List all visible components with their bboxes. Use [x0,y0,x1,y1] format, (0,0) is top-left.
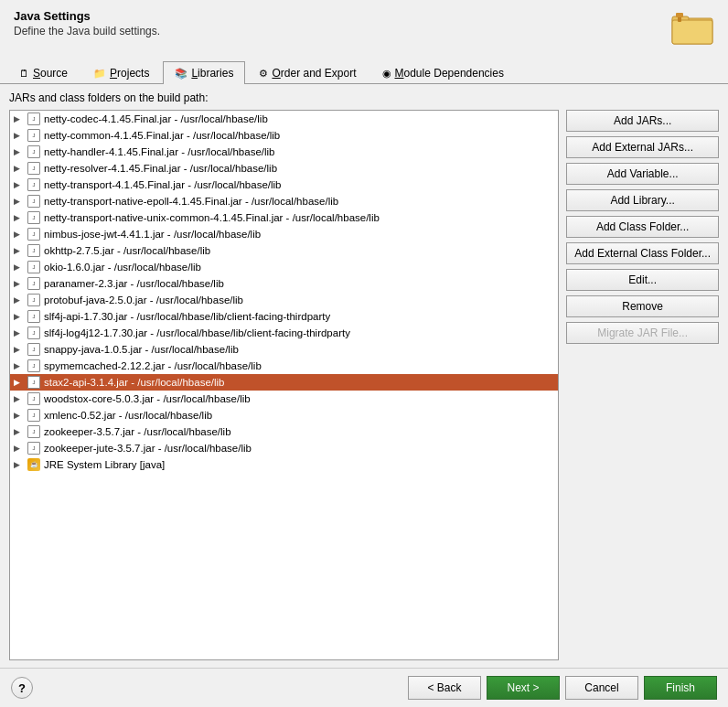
tab-module-dep-label: Module Dependencies [395,67,504,80]
list-description: JARs and class folders on the build path… [9,91,719,104]
list-item[interactable]: ▶☕JRE System Library [java] [10,456,558,473]
jar-icon: J [27,391,41,406]
list-item[interactable]: ▶Jslf4j-api-1.7.30.jar - /usr/local/hbas… [10,308,558,325]
expand-arrow-icon: ▶ [14,164,27,173]
jar-icon-inner: J [27,244,40,257]
jar-icon-inner: J [27,145,40,158]
jar-icon: J [27,128,41,143]
action-buttons: Add JARs... Add External JARs... Add Var… [566,110,719,660]
jar-icon-inner: J [27,277,40,290]
jar-icon-inner: J [27,261,40,273]
jar-icon-inner: J [27,294,40,306]
jar-icon-inner: J [27,211,40,224]
list-item[interactable]: ▶Jnetty-codec-4.1.45.Final.jar - /usr/lo… [10,111,558,127]
list-item[interactable]: ▶Jokio-1.6.0.jar - /usr/local/hbase/lib [10,259,558,275]
jar-icon: J [27,424,41,439]
list-item-text: netty-transport-native-unix-common-4.1.4… [44,212,554,223]
list-item[interactable]: ▶Jnetty-handler-4.1.45.Final.jar - /usr/… [10,144,558,160]
list-item-text: slf4j-log4j12-1.7.30.jar - /usr/local/hb… [44,327,554,338]
list-item[interactable]: ▶Jspymemcached-2.12.2.jar - /usr/local/h… [10,358,558,374]
list-item[interactable]: ▶Jnetty-transport-native-epoll-4.1.45.Fi… [10,193,558,209]
cancel-button[interactable]: Cancel [565,676,638,700]
list-item-text: netty-codec-4.1.45.Final.jar - /usr/loca… [44,113,554,124]
folder-icon [670,9,714,53]
jar-icon: J [27,145,41,159]
tab-source[interactable]: 🗒 Source [7,61,80,84]
list-item[interactable]: ▶Jsnappy-java-1.0.5.jar - /usr/local/hba… [10,341,558,358]
list-item-text: okio-1.6.0.jar - /usr/local/hbase/lib [44,262,554,273]
tab-libraries[interactable]: 📚 Libraries [163,61,245,84]
expand-arrow-icon: ▶ [14,427,27,436]
tab-order-export[interactable]: ⚙ Order and Export [247,61,368,84]
jar-icon: J [27,161,41,176]
jar-icon-inner: J [27,327,40,339]
list-item[interactable]: ▶Jnetty-transport-native-unix-common-4.1… [10,209,558,226]
jar-icon-inner: J [27,425,40,438]
list-item[interactable]: ▶Jzookeeper-jute-3.5.7.jar - /usr/local/… [10,440,558,456]
list-item[interactable]: ▶Jxmlenc-0.52.jar - /usr/local/hbase/lib [10,407,558,423]
source-tab-icon: 🗒 [19,68,29,79]
expand-arrow-icon: ▶ [14,262,27,272]
expand-arrow-icon: ▶ [14,295,27,305]
finish-button[interactable]: Finish [644,676,717,700]
list-item-text: zookeeper-jute-3.5.7.jar - /usr/local/hb… [44,443,554,454]
list-item[interactable]: ▶Jzookeeper-3.5.7.jar - /usr/local/hbase… [10,423,558,440]
expand-arrow-icon: ▶ [14,213,27,222]
help-button[interactable]: ? [11,677,33,699]
jar-list[interactable]: ▶Jnetty-codec-4.1.45.Final.jar - /usr/lo… [9,110,559,660]
back-button[interactable]: < Back [408,676,481,700]
jar-icon-inner: J [27,409,40,422]
add-jars-button[interactable]: Add JARs... [566,110,719,132]
list-item[interactable]: ▶Jslf4j-log4j12-1.7.30.jar - /usr/local/… [10,325,558,341]
dialog-subtitle: Define the Java build settings. [14,25,160,37]
edit-button[interactable]: Edit... [566,269,719,291]
list-item-text: stax2-api-3.1.4.jar - /usr/local/hbase/l… [44,377,554,388]
list-item[interactable]: ▶Jnetty-resolver-4.1.45.Final.jar - /usr… [10,160,558,177]
jar-icon-inner: J [27,129,40,142]
expand-arrow-icon: ▶ [14,246,27,255]
jar-icon: J [27,359,41,373]
list-item[interactable]: ▶Jnetty-common-4.1.45.Final.jar - /usr/l… [10,127,558,144]
list-item[interactable]: ▶Jstax2-api-3.1.4.jar - /usr/local/hbase… [10,374,558,391]
add-library-button[interactable]: Add Library... [566,189,719,211]
tab-projects-label: Projects [110,67,149,80]
tab-order-export-label: Order and Export [272,67,356,80]
list-item[interactable]: ▶Jprotobuf-java-2.5.0.jar - /usr/local/h… [10,292,558,308]
list-item[interactable]: ▶Jnimbus-jose-jwt-4.41.1.jar - /usr/loca… [10,226,558,242]
expand-arrow-icon: ▶ [14,230,27,239]
list-item[interactable]: ▶Jwoodstox-core-5.0.3.jar - /usr/local/h… [10,391,558,407]
jar-icon: J [27,243,41,258]
expand-arrow-icon: ▶ [14,131,27,140]
remove-button[interactable]: Remove [566,295,719,317]
tab-source-label: Source [33,67,68,80]
add-variable-button[interactable]: Add Variable... [566,163,719,185]
expand-arrow-icon: ▶ [14,114,27,123]
list-item[interactable]: ▶Jparanamer-2.3.jar - /usr/local/hbase/l… [10,275,558,292]
expand-arrow-icon: ▶ [14,378,27,387]
jar-icon: J [27,260,41,274]
expand-arrow-icon: ▶ [14,361,27,370]
jar-icon: J [27,112,41,126]
add-class-folder-button[interactable]: Add Class Folder... [566,216,719,238]
add-external-class-folder-button[interactable]: Add External Class Folder... [566,242,719,264]
jar-icon-inner: J [27,178,40,191]
list-item[interactable]: ▶Jnetty-transport-4.1.45.Final.jar - /us… [10,177,558,193]
expand-arrow-icon: ▶ [14,279,27,288]
add-external-jars-button[interactable]: Add External JARs... [566,136,719,158]
list-item[interactable]: ▶Jokhttp-2.7.5.jar - /usr/local/hbase/li… [10,242,558,259]
next-button[interactable]: Next > [487,676,560,700]
jar-icon: J [27,293,41,307]
list-item-text: paranamer-2.3.jar - /usr/local/hbase/lib [44,278,554,289]
jar-icon: J [27,210,41,225]
tab-module-dependencies[interactable]: ◉ Module Dependencies [370,61,516,84]
migrate-jar-file-button[interactable]: Migrate JAR File... [566,322,719,344]
jar-icon: J [27,441,41,455]
jar-icon-inner: J [27,359,40,372]
dialog-header: Java Settings Define the Java build sett… [0,0,728,60]
main-area: ▶Jnetty-codec-4.1.45.Final.jar - /usr/lo… [9,110,719,660]
list-item-text: JRE System Library [java] [44,459,554,470]
expand-arrow-icon: ▶ [14,444,27,453]
jar-icon: J [27,326,41,340]
list-item-text: netty-transport-native-epoll-4.1.45.Fina… [44,196,554,207]
tab-projects[interactable]: 📁 Projects [81,61,161,84]
